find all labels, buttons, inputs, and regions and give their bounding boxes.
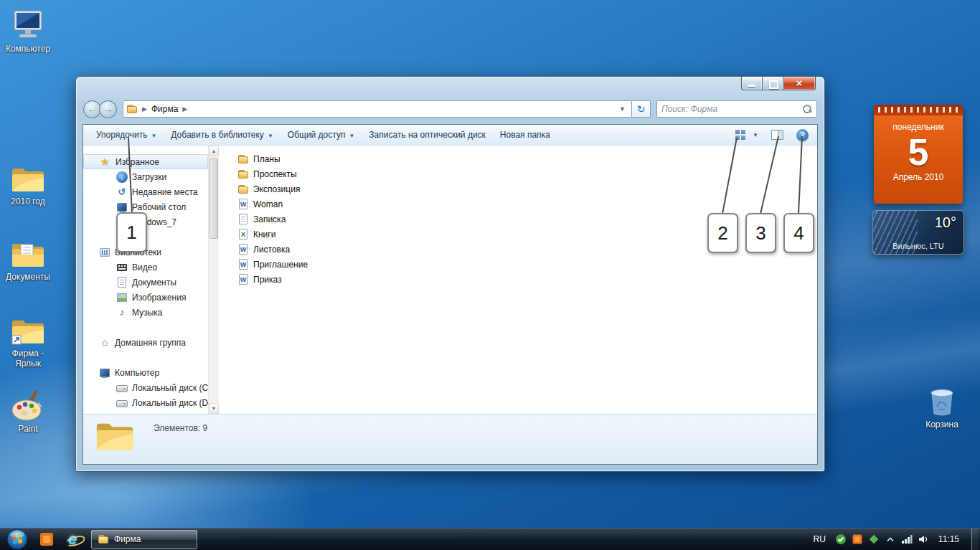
refresh-button[interactable]: ↻	[632, 100, 651, 118]
nav-item[interactable]: Загрузки	[83, 169, 208, 184]
clock[interactable]: 11:15	[936, 534, 965, 544]
homegroup-icon	[99, 337, 110, 349]
desktop-icon-label: 2010 год	[2, 196, 54, 207]
nav-item[interactable]: Изображения	[83, 290, 208, 305]
toolbar-item[interactable]: Добавить в библиотеку▼	[164, 127, 280, 143]
desktop-icon-paint[interactable]: Paint	[2, 387, 54, 434]
command-bar-right: ▼ ?	[735, 129, 811, 141]
views-icon	[735, 130, 745, 140]
network-icon[interactable]	[901, 534, 913, 545]
status-text: Элементов: 9	[154, 423, 207, 433]
nav-item[interactable]: Документы	[83, 275, 208, 290]
search-input[interactable]	[661, 104, 802, 114]
preview-pane-button[interactable]	[771, 130, 783, 140]
internet-explorer-icon[interactable]: e	[62, 530, 83, 549]
computer-icon	[99, 367, 110, 379]
antivirus-icon[interactable]	[852, 534, 863, 545]
file-item[interactable]: Проспекты	[236, 166, 301, 181]
search-icon[interactable]	[802, 104, 812, 114]
nav-item[interactable]: Рабочий стол	[83, 199, 208, 214]
calendar-month: Апрель 2010	[874, 172, 963, 182]
desktop-icon-label: Корзина	[916, 419, 968, 430]
taskbar-button[interactable]: Фирма	[91, 530, 197, 549]
folder-icon	[237, 153, 249, 165]
calendar-weekday: понедельник	[874, 122, 963, 132]
minimize-button[interactable]	[741, 77, 762, 90]
hidden-icons-arrow-icon[interactable]	[885, 534, 896, 545]
show-desktop-button[interactable]	[971, 528, 979, 550]
address-box[interactable]: ▶ Фирма ▶ ▼	[123, 100, 632, 118]
nav-item[interactable]: Музыка	[83, 305, 208, 320]
desktop-icon-label: Paint	[2, 424, 54, 434]
chevron-right-icon[interactable]: ▶	[178, 105, 192, 113]
weather-location: Вильнюс, LTU	[873, 242, 963, 250]
updates-icon[interactable]	[868, 534, 880, 545]
help-button[interactable]: ?	[796, 129, 809, 141]
pinned-app-icon[interactable]	[36, 530, 57, 549]
start-button[interactable]	[6, 528, 28, 550]
desktop-icon-recycle-bin[interactable]: Корзина	[916, 383, 968, 430]
nav-item[interactable]: Избранное	[83, 154, 208, 169]
chevron-down-icon: ▼	[268, 133, 273, 139]
file-item[interactable]: Записка	[236, 212, 290, 227]
nav-item-label: Локальный диск (D:)	[132, 398, 208, 408]
file-item[interactable]: Экспозиция	[236, 181, 304, 196]
maximize-button[interactable]	[762, 77, 783, 90]
command-bar: Упорядочить▼Добавить в библиотеку▼Общий …	[83, 125, 817, 146]
nav-item[interactable]: Недавние места	[83, 184, 208, 199]
chevron-down-icon: ▼	[349, 133, 354, 139]
toolbar-item[interactable]: Упорядочить▼	[89, 127, 164, 143]
libraries-icon	[99, 247, 110, 258]
security-check-icon[interactable]	[835, 534, 847, 545]
breadcrumb[interactable]: Фирма	[151, 104, 178, 114]
explorer-window: ▶ Фирма ▶ ▼ ↻ Упорядочить▼Добавить в биб…	[75, 76, 825, 472]
desktop-icon-documents-folder[interactable]: Документы	[2, 235, 54, 282]
navigation-scrollbar[interactable]: ▲ ▼	[208, 146, 219, 414]
nav-item[interactable]: Локальный диск (C:)	[83, 380, 208, 395]
nav-item[interactable]: Компьютер	[83, 365, 208, 380]
toolbar-item[interactable]: Новая папка	[493, 127, 557, 143]
text-doc-icon	[237, 214, 249, 225]
callout-3: 3	[745, 213, 776, 253]
file-item[interactable]: Приказ	[236, 272, 286, 287]
toolbar-item[interactable]: Записать на оптический диск	[362, 127, 493, 143]
volume-icon[interactable]	[918, 534, 929, 545]
window-client-area: Упорядочить▼Добавить в библиотеку▼Общий …	[83, 124, 818, 465]
language-indicator[interactable]: RU	[811, 533, 829, 546]
address-dropdown-icon[interactable]: ▼	[616, 105, 628, 113]
nav-item-label: Загрузки	[132, 172, 166, 182]
weather-gadget[interactable]: 10° Вильнюс, LTU	[872, 210, 964, 255]
file-item[interactable]: Листовка	[236, 242, 294, 257]
nav-item[interactable]: Видео	[83, 260, 208, 275]
scroll-down-button[interactable]: ▼	[209, 403, 219, 414]
nav-item[interactable]: Локальный диск (D:)	[83, 395, 208, 410]
nav-item-label: Изображения	[132, 293, 186, 303]
paint-icon	[2, 387, 54, 422]
calendar-day: 5	[874, 132, 963, 172]
folder-icon	[98, 534, 109, 545]
file-item-label: Приказ	[253, 275, 282, 285]
desktop-icon-computer[interactable]: Компьютер	[2, 7, 54, 54]
forward-button[interactable]	[99, 100, 117, 118]
toolbar-item-label: Записать на оптический диск	[369, 130, 486, 140]
tray-icons	[835, 534, 929, 545]
file-item-label: Планы	[253, 154, 281, 164]
desktop-icon	[116, 201, 128, 213]
scroll-up-button[interactable]: ▲	[209, 146, 219, 156]
desktop-icon-folder-shortcut[interactable]: Фирма - Ярлык	[2, 312, 54, 369]
file-item[interactable]: Приглашение	[236, 257, 312, 272]
callout-4: 4	[783, 213, 814, 253]
file-item[interactable]: Woman	[236, 196, 287, 212]
desktop-icon-folder[interactable]: 2010 год	[2, 160, 54, 207]
file-item[interactable]: Книги	[236, 227, 280, 242]
nav-item[interactable]: Домашняя группа	[83, 335, 208, 350]
file-item[interactable]: Планы	[236, 151, 285, 166]
close-button[interactable]	[783, 77, 816, 90]
chevron-down-icon: ▼	[151, 133, 156, 139]
address-bar: ▶ Фирма ▶ ▼ ↻	[83, 100, 817, 118]
toolbar-item[interactable]: Общий доступ▼	[281, 127, 362, 143]
calendar-gadget[interactable]: понедельник 5 Апрель 2010	[874, 105, 963, 204]
scrollbar-track[interactable]	[209, 156, 219, 403]
scrollbar-thumb[interactable]	[209, 158, 218, 239]
views-button[interactable]: ▼	[735, 130, 758, 140]
